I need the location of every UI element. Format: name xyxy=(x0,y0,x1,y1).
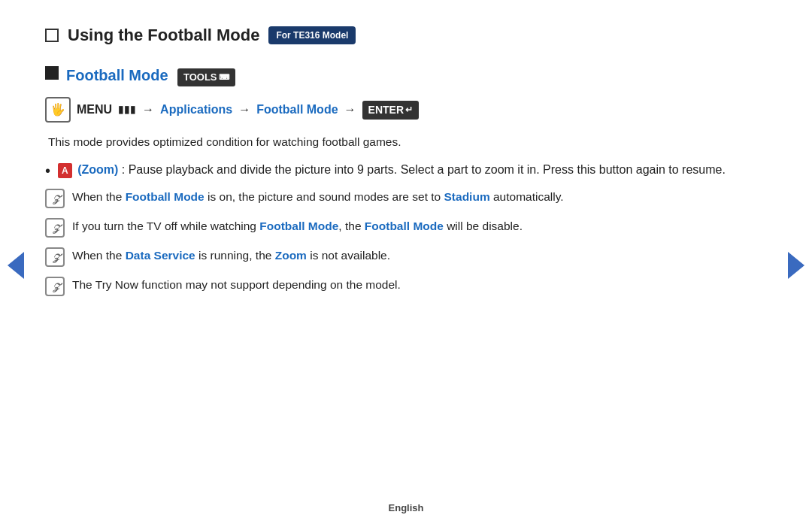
zoom-link: (Zoom) xyxy=(77,163,118,176)
note-item-4: 𝒵 The Try Now function may not support d… xyxy=(45,276,752,296)
data-service-link: Data Service xyxy=(126,249,195,262)
menu-symbol: ▮▮▮ xyxy=(118,102,136,117)
bullet-list: • A (Zoom) : Pause playback and divide t… xyxy=(45,161,752,180)
nav-arrow-right[interactable] xyxy=(788,252,804,279)
bullet-body: : Pause playback and divide the picture … xyxy=(122,163,726,176)
stadium-link: Stadium xyxy=(444,190,490,203)
menu-path: 🖐 MENU ▮▮▮ → Applications → Football Mod… xyxy=(45,97,752,123)
note-icon-1: 𝒵 xyxy=(45,189,65,208)
note-text-1: When the Football Mode is on, the pictur… xyxy=(72,188,564,205)
nav-arrow-left[interactable] xyxy=(8,252,24,279)
sub-section-content: Football Mode TOOLS ⌨ xyxy=(66,64,235,86)
note-item-2: 𝒵 If you turn the TV off while watching … xyxy=(45,217,752,238)
bullet-text: A (Zoom) : Pause playback and divide the… xyxy=(58,161,726,179)
football-mode-link-note2b: Football Mode xyxy=(365,220,444,232)
note-item-3: 𝒵 When the Data Service is running, the … xyxy=(45,247,752,267)
note-item-1: 𝒵 When the Football Mode is on, the pict… xyxy=(45,188,752,208)
note-text-2: If you turn the TV off while watching Fo… xyxy=(72,217,523,235)
bullet-dot: • xyxy=(45,161,50,180)
page-content: Using the Football Mode For TE316 Model … xyxy=(0,0,812,328)
heading-text: Using the Football Mode xyxy=(68,23,259,47)
tools-badge: TOOLS ⌨ xyxy=(177,68,235,86)
black-square-icon xyxy=(45,66,59,80)
arrow-2: → xyxy=(238,101,250,119)
note-text-3: When the Data Service is running, the Zo… xyxy=(72,247,390,264)
note-icon-4: 𝒵 xyxy=(45,277,65,296)
description-text: This mode provides optimized condition f… xyxy=(48,133,752,150)
football-mode-link-note1: Football Mode xyxy=(126,190,205,203)
note-icon-3: 𝒵 xyxy=(45,247,65,267)
heading-checkbox xyxy=(45,29,59,42)
enter-badge: ENTER ↵ xyxy=(362,101,419,120)
note-text-4: The Try Now function may not support dep… xyxy=(72,276,401,293)
note-icon-2: 𝒵 xyxy=(45,218,65,238)
menu-hand-icon: 🖐 xyxy=(45,97,71,123)
menu-label: MENU xyxy=(77,101,112,119)
arrow-3: → xyxy=(344,101,356,119)
model-badge: For TE316 Model xyxy=(268,26,356,44)
football-mode-link-note2a: Football Mode xyxy=(259,220,338,232)
football-mode-link: Football Mode xyxy=(256,101,338,119)
arrow-1: → xyxy=(142,101,154,119)
zoom-link-note3: Zoom xyxy=(275,249,307,262)
note-list: 𝒵 When the Football Mode is on, the pict… xyxy=(45,188,752,296)
sub-title: Football Mode xyxy=(66,67,168,83)
section-heading: Using the Football Mode For TE316 Model xyxy=(45,23,752,47)
bullet-item: • A (Zoom) : Pause playback and divide t… xyxy=(45,161,752,180)
footer: English xyxy=(0,501,812,516)
a-badge: A xyxy=(58,163,72,178)
footer-text: English xyxy=(389,502,424,513)
sub-section: Football Mode TOOLS ⌨ xyxy=(45,64,752,86)
applications-link: Applications xyxy=(160,101,232,119)
